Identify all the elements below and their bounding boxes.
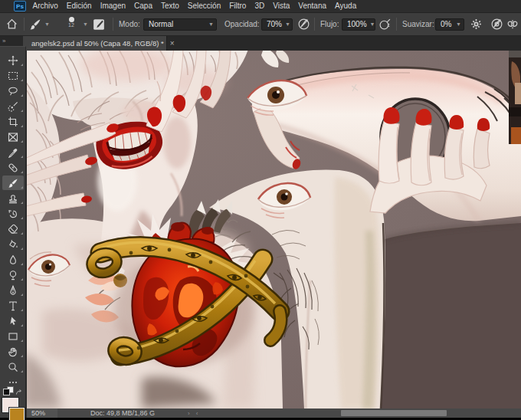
tool-marquee[interactable]	[2, 68, 24, 83]
canvas-artwork[interactable]	[27, 51, 521, 409]
menu-bar: Ps ArchivoEdiciónImagenCapaTextoSelecció…	[0, 0, 521, 13]
menu-seleccin[interactable]: Selección	[183, 0, 224, 12]
tool-crop[interactable]	[2, 114, 24, 129]
tab-bar: » angelsk2.psd al 50% (Capa 48, RGB/8) *…	[0, 36, 521, 51]
flow-label: Flujo:	[320, 13, 339, 35]
toggle-brush-panel-icon[interactable]	[93, 13, 105, 35]
tool-move[interactable]	[2, 53, 24, 67]
menu-edicin[interactable]: Edición	[62, 0, 96, 12]
photoshop-logo[interactable]: Ps	[14, 1, 26, 11]
tab-close-icon[interactable]: ×	[170, 39, 175, 48]
tool-lasso[interactable]	[2, 84, 24, 98]
tool-type[interactable]	[2, 298, 24, 313]
tool-hand[interactable]	[2, 344, 24, 359]
tool-brush[interactable]	[2, 176, 24, 190]
tool-history-brush[interactable]	[2, 206, 24, 221]
tool-blur[interactable]	[2, 252, 24, 267]
home-icon[interactable]	[6, 13, 18, 35]
blend-mode-label: Modo:	[119, 13, 140, 35]
zoom-level-field[interactable]: 50%	[27, 409, 57, 418]
tool-pen[interactable]	[2, 283, 24, 297]
smoothing-label: Suavizar:	[402, 13, 434, 35]
tool-eyedropper[interactable]	[2, 145, 24, 159]
menu-imagen[interactable]: Imagen	[96, 0, 129, 12]
menu-3d[interactable]: 3D	[251, 0, 269, 12]
tool-healing-brush[interactable]	[2, 160, 24, 175]
document-tab[interactable]: angelsk2.psd al 50% (Capa 48, RGB/8) * ×	[23, 36, 167, 51]
document-tab-title: angelsk2.psd al 50% (Capa 48, RGB/8) *	[31, 39, 164, 48]
status-bar: 50% Doc: 49,8 MB/1,86 G › ‹	[27, 409, 521, 418]
options-bar: ▼ 12 ▼ Modo: Normal▼ Opacidad: 70%▼ Fluj…	[0, 13, 521, 36]
scroll-right-icon[interactable]: ›	[188, 410, 190, 417]
tool-rectangle[interactable]	[2, 329, 24, 343]
tool-clone-stamp[interactable]	[2, 191, 24, 205]
brush-tip-preview[interactable]: 12	[64, 15, 78, 28]
tools-panel	[0, 46, 26, 420]
scroll-left-icon[interactable]: ‹	[196, 410, 198, 417]
pressure-opacity-icon[interactable]	[297, 13, 310, 35]
edit-toolbar-ellipsis[interactable]	[2, 375, 24, 389]
photoshop-window: Ps ArchivoEdiciónImagenCapaTextoSelecció…	[0, 0, 521, 420]
background-color-swatch[interactable]	[9, 408, 25, 420]
tool-dodge[interactable]	[2, 267, 24, 282]
brush-preset-icon[interactable]: ▼	[29, 13, 50, 35]
menu-archivo[interactable]: Archivo	[28, 0, 62, 12]
document-info: Doc: 49,8 MB/1,86 G	[90, 409, 155, 418]
blend-mode-select[interactable]: Normal▼	[143, 13, 217, 35]
tool-zoom[interactable]	[2, 359, 24, 374]
tool-quick-selection[interactable]	[2, 99, 24, 113]
tool-path-selection[interactable]	[2, 313, 24, 328]
airbrush-icon[interactable]	[378, 13, 392, 35]
opacity-field[interactable]: 70%▼	[261, 13, 293, 35]
pressure-size-icon[interactable]	[490, 13, 503, 35]
menu-ayuda[interactable]: Ayuda	[331, 0, 361, 12]
menu-vista[interactable]: Vista	[269, 0, 294, 12]
menu-texto[interactable]: Texto	[156, 0, 183, 12]
dock-collapse-button[interactable]: »	[2, 38, 5, 44]
horizontal-scrollbar-thumb[interactable]	[341, 410, 447, 416]
gear-icon[interactable]	[470, 13, 482, 35]
menu-capa[interactable]: Capa	[130, 0, 157, 12]
menu-ventana[interactable]: Ventana	[294, 0, 331, 12]
smoothing-field[interactable]: 0%▼	[435, 13, 464, 35]
flow-field[interactable]: 100%▼	[342, 13, 375, 35]
opacity-label: Opacidad:	[224, 13, 260, 35]
tool-eraser[interactable]	[2, 221, 24, 236]
symmetry-icon[interactable]	[506, 13, 519, 35]
tool-paint-bucket[interactable]	[2, 237, 24, 251]
menu-filtro[interactable]: Filtro	[225, 0, 251, 12]
tool-frame[interactable]	[2, 130, 24, 144]
